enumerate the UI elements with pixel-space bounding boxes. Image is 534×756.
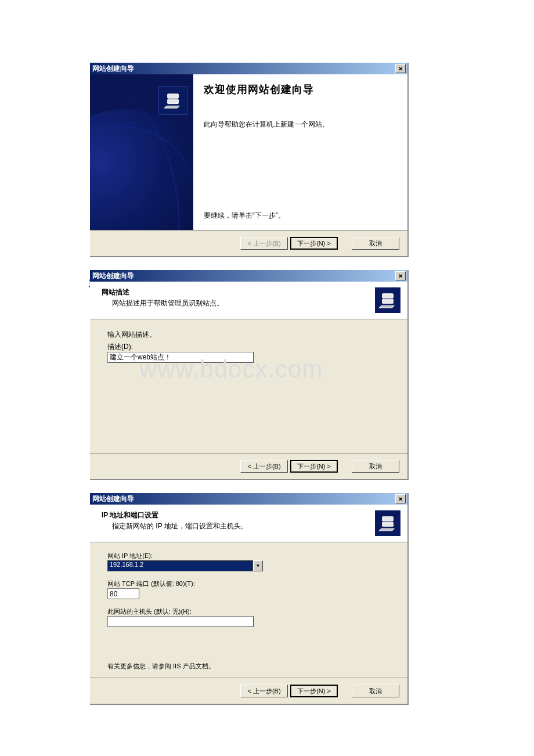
cancel-button[interactable]: 取消 [352,460,399,473]
titlebar[interactable]: 网站创建向导 ✕ [90,270,407,282]
server-icon [379,514,396,532]
close-button[interactable]: ✕ [395,494,406,503]
description-label: 描述(D): [107,342,390,352]
ip-dropdown[interactable]: 192.168.1.2 [107,560,253,571]
next-button[interactable]: 下一步(N) > [290,685,338,697]
svg-rect-0 [168,94,179,99]
cancel-button[interactable]: 取消 [352,685,399,697]
welcome-description: 此向导帮助您在计算机上新建一个网站。 [204,120,398,129]
titlebar-text: 网站创建向导 [92,271,395,281]
host-header-input[interactable] [107,616,254,627]
next-button[interactable]: 下一步(N) > [290,460,338,473]
welcome-title: 欢迎使用网站创建向导 [204,82,398,96]
info-note: 有关更多信息，请参阅 IIS 产品文档。 [107,662,390,671]
port-input[interactable] [107,588,139,599]
chevron-down-icon: ▼ [256,563,261,568]
wizard-dialog-ip-port: 网站创建向导 ✕ IP 地址和端口设置 指定新网站的 IP 地址，端口设置和主机… [90,493,409,705]
body-area: 输入网站描述。 描述(D): [90,319,407,453]
wizard-icon-box [158,86,187,115]
close-button[interactable]: ✕ [395,64,406,73]
close-button[interactable]: ✕ [395,271,406,280]
page-title: 网站描述 [102,287,399,297]
cancel-button[interactable]: 取消 [352,237,399,250]
titlebar[interactable]: 网站创建向导 ✕ [90,493,407,505]
wizard-dialog-welcome: 网站创建向导 ✕ 欢迎使用网站创建向导 此向导帮助您在计算机上新建一个网站。 [90,63,409,257]
continue-hint: 要继续，请单击“下一步”。 [204,211,398,221]
close-icon: ✕ [398,273,403,279]
page-subtitle: 网站描述用于帮助管理员识别站点。 [102,298,399,308]
server-icon [379,291,396,309]
host-label: 此网站的主机头 (默认: 无)(H): [107,607,390,616]
svg-rect-1 [168,99,179,104]
close-icon: ✕ [398,66,403,72]
svg-rect-2 [383,294,394,298]
back-button[interactable]: < 上一步(B) [240,460,288,473]
dropdown-button[interactable]: ▼ [253,560,263,571]
prompt-text: 输入网站描述。 [107,330,390,340]
svg-rect-4 [383,517,394,521]
port-label: 网站 TCP 端口 (默认值: 80)(T): [107,579,390,588]
wizard-dialog-description: 网站创建向导 ✕ 网站描述 网站描述用于帮助管理员识别站点。 输入网站描述。 描… [90,270,409,480]
body-area: 网站 IP 地址(E): 192.168.1.2 ▼ 网站 TCP 端口 (默认… [90,542,407,678]
svg-rect-3 [383,299,394,304]
page-title: IP 地址和端口设置 [102,510,399,520]
back-button[interactable]: < 上一步(B) [240,685,288,697]
titlebar-text: 网站创建向导 [92,494,395,504]
next-button[interactable]: 下一步(N) > [290,237,338,250]
globe-graphic [90,109,193,230]
description-input[interactable] [107,352,254,363]
titlebar[interactable]: 网站创建向导 ✕ [90,63,407,74]
server-icon [164,92,182,109]
close-icon: ✕ [398,496,403,502]
page-subtitle: 指定新网站的 IP 地址，端口设置和主机头。 [102,521,399,531]
svg-rect-5 [383,522,394,527]
side-panel [90,74,193,230]
header-area: 网站描述 网站描述用于帮助管理员识别站点。 [90,282,407,319]
ip-label: 网站 IP 地址(E): [107,552,390,560]
header-icon-box [375,287,400,313]
header-icon-box [375,510,400,536]
header-area: IP 地址和端口设置 指定新网站的 IP 地址，端口设置和主机头。 [90,505,407,542]
back-button: < 上一步(B) [240,237,288,250]
titlebar-text: 网站创建向导 [92,64,395,74]
